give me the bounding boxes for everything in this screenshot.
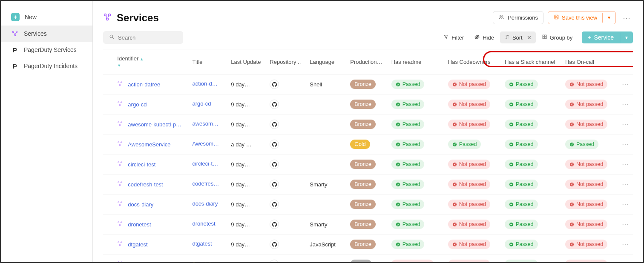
status-badge: Not passed: [565, 240, 607, 249]
github-icon[interactable]: [270, 220, 279, 229]
title-link[interactable]: circleci-t…: [192, 160, 218, 167]
title-link[interactable]: awesome…: [192, 120, 219, 127]
github-icon[interactable]: [270, 180, 279, 189]
col-last-update[interactable]: Last Update: [227, 49, 266, 74]
github-icon[interactable]: [270, 140, 279, 149]
save-label: Save this view: [562, 14, 597, 21]
row-more-button[interactable]: ⋯: [622, 101, 629, 108]
identifier-link[interactable]: dronetest: [128, 221, 151, 228]
table-row[interactable]: AwesomeServiceAwesome…a day …Gold Passed…: [103, 134, 633, 154]
table-row[interactable]: awesome-kubectl-p…awesome…9 day…Bronze P…: [103, 114, 633, 134]
svg-point-73: [121, 242, 122, 243]
col-has-slack[interactable]: Has a Slack channel: [501, 49, 562, 74]
header-more-button[interactable]: ⋯: [620, 11, 633, 24]
service-icon: [117, 81, 123, 86]
tier-badge: Basic: [350, 260, 372, 262]
table-row[interactable]: codefresh-testcodefres…9 day…SmartyBronz…: [103, 174, 633, 194]
sidebar-item[interactable]: PPagerDuty Incidents: [1, 58, 92, 74]
table-row[interactable]: docs-diarydocs-diary9 day…Bronze Passed …: [103, 194, 633, 214]
title-link[interactable]: dronetest: [192, 220, 215, 227]
table-row[interactable]: dtgatestdtgatest9 day…JavaScriptBronze P…: [103, 234, 633, 254]
row-more-button[interactable]: ⋯: [622, 241, 629, 248]
col-identifier[interactable]: Identifier▲▼: [114, 49, 189, 74]
title-link[interactable]: docs-diary: [192, 200, 218, 207]
col-language[interactable]: Language: [306, 49, 347, 74]
close-icon[interactable]: ✕: [527, 34, 532, 41]
title-link[interactable]: Awesome…: [192, 140, 219, 147]
hide-button[interactable]: Hide: [470, 31, 498, 44]
title-link[interactable]: codefres…: [192, 180, 219, 187]
service-icon: [117, 261, 123, 262]
row-more-button[interactable]: ⋯: [622, 121, 629, 128]
title-link[interactable]: argo-cd: [192, 100, 211, 107]
svg-point-39: [119, 144, 121, 146]
save-view-dropdown[interactable]: ▼: [602, 13, 615, 23]
svg-point-25: [119, 104, 121, 106]
sidebar-item[interactable]: Services: [1, 26, 92, 42]
search-box[interactable]: [103, 31, 183, 44]
permissions-button[interactable]: Permissions: [493, 11, 543, 24]
github-icon[interactable]: [270, 240, 279, 249]
table-row[interactable]: dronetestdronetest9 day…SmartyBronze Pas…: [103, 214, 633, 234]
github-icon[interactable]: [270, 160, 279, 169]
row-more-button[interactable]: ⋯: [622, 181, 629, 188]
col-has-oncall[interactable]: Has On-call: [562, 49, 618, 74]
row-more-button[interactable]: ⋯: [622, 161, 629, 168]
status-badge: Not passed: [448, 100, 490, 109]
services-icon: [103, 13, 112, 23]
row-more-button[interactable]: ⋯: [622, 201, 629, 208]
svg-rect-14: [543, 37, 544, 39]
identifier-link[interactable]: docs-diary: [128, 201, 153, 208]
row-more-button[interactable]: ⋯: [622, 141, 629, 148]
status-badge: Not passed: [565, 220, 607, 229]
status-badge: Passed: [505, 200, 538, 209]
tier-badge: Bronze: [350, 80, 376, 89]
github-icon[interactable]: [270, 80, 279, 89]
col-repository[interactable]: Repository ..: [266, 49, 306, 74]
table-row[interactable]: action-datreeaction-da…9 day…ShellBronze…: [103, 74, 633, 94]
status-badge: Not passed: [448, 160, 490, 169]
row-more-button[interactable]: ⋯: [622, 261, 629, 263]
identifier-link[interactable]: circleci-test: [128, 161, 155, 168]
row-more-button[interactable]: ⋯: [622, 221, 629, 228]
col-has-readme[interactable]: Has readme: [388, 49, 445, 74]
new-service-button[interactable]: + Service ▼: [582, 31, 633, 43]
tier-badge: Bronze: [350, 100, 376, 109]
col-has-codeowners[interactable]: Has Codeowners: [445, 49, 501, 74]
col-title[interactable]: Title: [189, 49, 227, 74]
sidebar-item[interactable]: PPagerDuty Services: [1, 42, 92, 58]
github-icon[interactable]: [270, 120, 279, 129]
github-icon[interactable]: [270, 200, 279, 209]
title-link[interactable]: action-da…: [192, 80, 219, 87]
title-link[interactable]: fleet-infra: [192, 260, 215, 262]
svg-point-74: [119, 244, 121, 246]
github-icon[interactable]: [270, 260, 279, 262]
identifier-link[interactable]: AwesomeService: [128, 141, 170, 148]
table-row[interactable]: argo-cdargo-cd9 day…Bronze Passed Not pa…: [103, 94, 633, 114]
row-more-button[interactable]: ⋯: [622, 81, 629, 88]
search-input[interactable]: [118, 34, 177, 41]
nav-new-button[interactable]: + New: [1, 9, 92, 26]
identifier-link[interactable]: argo-cd: [128, 101, 147, 108]
save-view-button[interactable]: Save this view ▼: [548, 11, 616, 24]
status-badge: Passed: [391, 220, 425, 229]
table-row[interactable]: circleci-testcircleci-t…9 day…Bronze Pas…: [103, 154, 633, 174]
identifier-link[interactable]: codefresh-test: [128, 181, 163, 188]
last-update-cell: 9 day…: [227, 114, 266, 134]
group-button[interactable]: Group by: [538, 31, 577, 43]
filter-button[interactable]: Filter: [439, 31, 468, 43]
status-badge: Not passed: [565, 120, 607, 129]
identifier-link[interactable]: awesome-kubectl-p…: [128, 121, 181, 128]
col-production[interactable]: Production…: [347, 49, 388, 74]
identifier-link[interactable]: fleet-infra: [128, 261, 151, 262]
svg-point-65: [118, 222, 119, 223]
new-service-dropdown[interactable]: ▼: [620, 33, 633, 43]
svg-point-1: [16, 31, 17, 32]
identifier-link[interactable]: dtgatest: [128, 241, 147, 248]
github-icon[interactable]: [270, 100, 279, 109]
sort-button[interactable]: Sort ✕: [500, 31, 536, 43]
svg-point-60: [119, 204, 121, 206]
title-link[interactable]: dtgatest: [192, 240, 212, 247]
table-row[interactable]: fleet-infrafleet-infra9 dav…Basic Not pa…: [103, 254, 633, 263]
identifier-link[interactable]: action-datree: [128, 81, 160, 88]
